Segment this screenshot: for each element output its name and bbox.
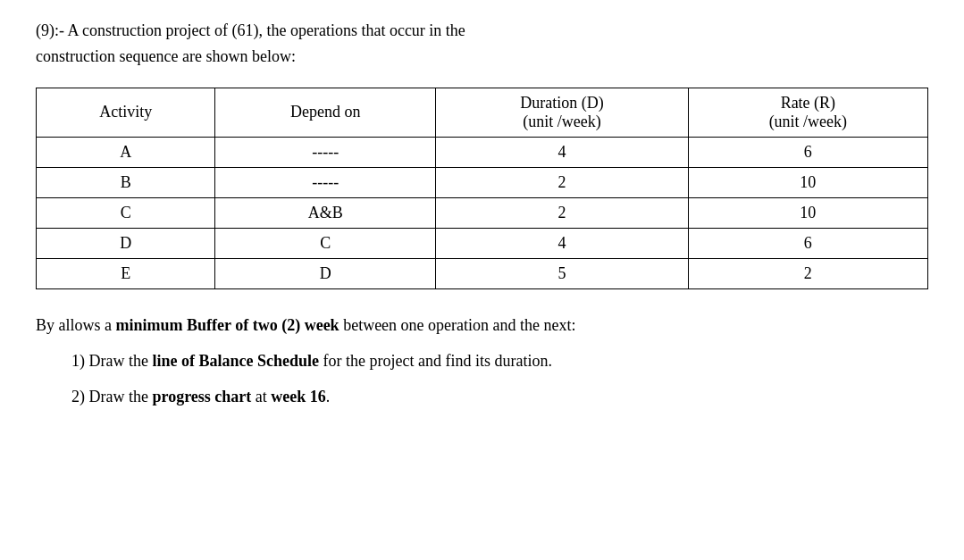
table-row: A-----46 [37,137,928,167]
cell-duration: 4 [436,228,689,258]
cell-rate: 6 [688,228,927,258]
header-duration-line1: Duration (D) [520,94,603,112]
buffer-paragraph: By allows a minimum Buffer of two (2) we… [36,311,928,412]
question-1: 1) Draw the line of Balance Schedule for… [71,347,928,375]
intro-line1: (9):- A construction project of (61), th… [36,21,465,39]
q1-suffix: for the project and find its duration. [319,352,552,370]
cell-rate: 6 [688,137,927,167]
cell-rate: 10 [688,167,927,197]
cell-depend: ----- [215,167,436,197]
q2-bold: progress chart [152,388,251,405]
cell-activity: B [37,167,215,197]
intro-line2: construction sequence are shown below: [36,47,296,65]
header-duration: Duration (D) (unit /week) [436,88,689,137]
header-rate: Rate (R) (unit /week) [688,88,927,137]
q2-prefix: 2) Draw the [71,388,152,405]
cell-depend: D [215,258,436,288]
cell-depend: ----- [215,137,436,167]
cell-rate: 2 [688,258,927,288]
cell-duration: 2 [436,197,689,228]
header-rate-line1: Rate (R) [781,94,835,112]
cell-activity: C [37,197,215,228]
cell-depend: C [215,228,436,258]
buffer-text: By allows a minimum Buffer of two (2) we… [36,311,928,339]
cell-duration: 2 [436,167,689,197]
question-2: 2) Draw the progress chart at week 16. [71,382,928,411]
table-row: CA&B210 [37,197,928,228]
activity-table: Activity Depend on Duration (D) (unit /w… [36,88,928,289]
q2-bold2: week 16 [271,388,326,405]
table-row: ED52 [37,258,928,288]
q2-mid: at [251,388,271,405]
cell-duration: 5 [436,258,689,288]
cell-rate: 10 [688,197,927,228]
table-row: B-----210 [37,167,928,197]
table-row: DC46 [37,228,928,258]
cell-activity: A [37,137,215,167]
header-depend-on: Depend on [215,88,436,137]
q2-suffix: . [326,388,331,405]
cell-depend: A&B [215,197,436,228]
q1-prefix: 1) Draw the [71,352,152,370]
header-rate-line2: (unit /week) [769,113,847,130]
intro-paragraph: (9):- A construction project of (61), th… [36,18,928,70]
cell-duration: 4 [436,137,689,167]
cell-activity: D [37,228,215,258]
q1-bold: line of Balance Schedule [152,352,319,370]
header-duration-line2: (unit /week) [523,113,600,130]
header-activity: Activity [37,88,215,137]
cell-activity: E [37,258,215,288]
